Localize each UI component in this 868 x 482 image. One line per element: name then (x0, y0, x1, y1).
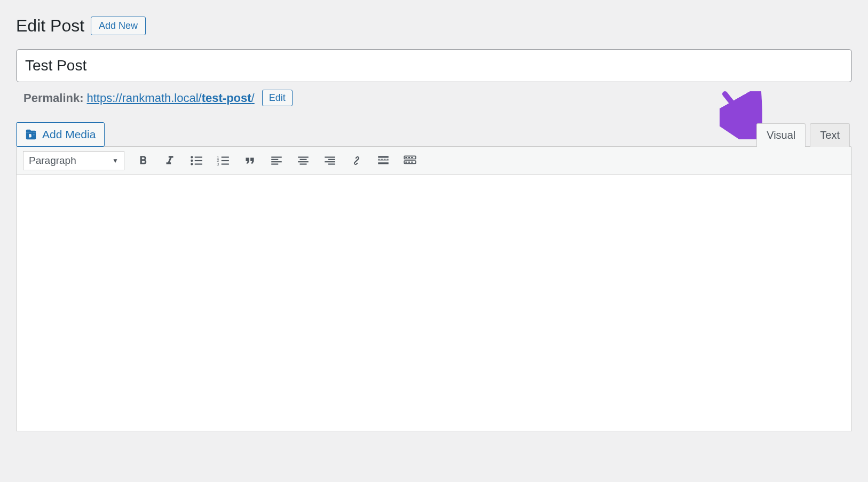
svg-rect-27 (381, 159, 383, 160)
italic-button[interactable] (162, 153, 178, 169)
format-select[interactable]: Paragraph ▼ (23, 151, 124, 170)
align-right-icon (323, 154, 337, 168)
svg-rect-20 (325, 156, 335, 157)
quote-icon (243, 154, 257, 168)
svg-rect-33 (408, 157, 410, 158)
svg-rect-3 (195, 156, 202, 157)
link-icon (350, 154, 364, 168)
svg-rect-12 (271, 156, 282, 157)
toolbar-toggle-button[interactable] (402, 153, 418, 169)
numbered-list-button[interactable]: 123 (215, 153, 231, 169)
svg-rect-25 (378, 160, 389, 161)
align-left-icon (270, 154, 283, 168)
svg-rect-29 (387, 159, 389, 160)
add-new-button[interactable]: Add New (91, 17, 146, 35)
svg-rect-11 (222, 163, 229, 164)
svg-rect-26 (378, 159, 380, 160)
post-title-input[interactable] (16, 49, 852, 82)
svg-rect-21 (328, 159, 335, 160)
align-left-button[interactable] (269, 153, 285, 169)
bullet-list-button[interactable] (188, 153, 204, 169)
align-right-button[interactable] (322, 153, 338, 169)
svg-point-0 (191, 156, 193, 158)
permalink-row: Permalink: https://rankmath.local/test-p… (16, 90, 852, 106)
chevron-down-icon: ▼ (112, 157, 119, 164)
svg-rect-34 (411, 157, 413, 158)
add-media-button[interactable]: Add Media (16, 122, 105, 147)
bullet-list-icon (190, 154, 203, 168)
align-center-button[interactable] (295, 153, 311, 169)
svg-point-1 (191, 160, 193, 162)
page-title: Edit Post (16, 16, 84, 36)
tab-text[interactable]: Text (810, 123, 850, 147)
svg-rect-28 (384, 159, 385, 160)
svg-rect-19 (300, 163, 307, 164)
svg-rect-32 (405, 157, 407, 158)
read-more-button[interactable] (375, 153, 391, 169)
svg-rect-13 (271, 159, 278, 160)
svg-rect-18 (298, 161, 309, 162)
svg-rect-17 (300, 159, 307, 160)
permalink-slug: test-post (202, 91, 251, 105)
svg-rect-22 (325, 161, 335, 162)
media-icon (25, 129, 37, 140)
bold-button[interactable] (135, 153, 151, 169)
numbered-list-icon: 123 (216, 154, 230, 168)
italic-icon (163, 154, 177, 168)
bold-icon (136, 154, 150, 168)
svg-rect-16 (298, 156, 309, 157)
tab-visual[interactable]: Visual (756, 123, 806, 147)
edit-permalink-button[interactable]: Edit (262, 90, 293, 106)
svg-rect-5 (195, 163, 202, 164)
toolbar-toggle-icon (403, 154, 417, 168)
svg-rect-23 (328, 163, 335, 164)
svg-text:3: 3 (217, 162, 219, 167)
svg-rect-30 (378, 162, 389, 164)
link-button[interactable] (349, 153, 365, 169)
svg-rect-38 (411, 162, 413, 163)
svg-rect-36 (405, 162, 407, 163)
editor-toolbar: Paragraph ▼ 123 (16, 146, 852, 175)
svg-rect-10 (222, 160, 229, 161)
blockquote-button[interactable] (242, 153, 258, 169)
permalink-prefix: https://rankmath.local/ (87, 91, 202, 105)
align-center-icon (296, 154, 310, 168)
format-selected-label: Paragraph (29, 155, 76, 167)
editor-content-area[interactable] (16, 175, 852, 431)
read-more-icon (376, 154, 390, 168)
svg-rect-9 (222, 156, 229, 157)
permalink-link[interactable]: https://rankmath.local/test-post/ (87, 91, 255, 105)
svg-rect-4 (195, 160, 202, 161)
svg-rect-14 (271, 161, 282, 162)
svg-rect-24 (378, 156, 389, 157)
svg-rect-15 (271, 163, 278, 164)
svg-rect-37 (408, 162, 410, 163)
permalink-suffix: / (251, 91, 255, 105)
permalink-label: Permalink: (23, 91, 84, 105)
add-media-label: Add Media (42, 128, 96, 141)
svg-point-2 (191, 163, 193, 165)
